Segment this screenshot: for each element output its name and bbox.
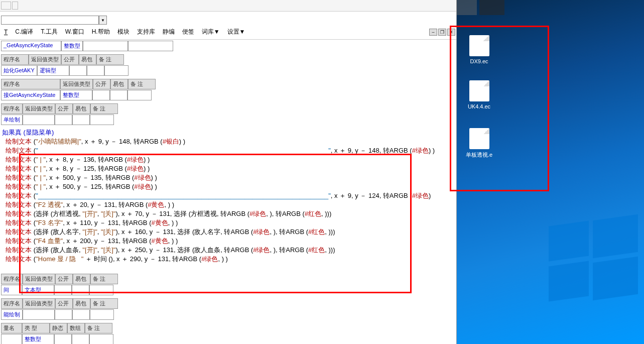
empty-cell[interactable] <box>90 114 114 125</box>
empty-cell[interactable] <box>87 65 104 76</box>
taskbar-icon[interactable] <box>457 0 477 15</box>
menu-item-window[interactable]: W.窗口 <box>62 27 87 37</box>
col-header: 量名 <box>1 323 22 333</box>
empty-cell[interactable] <box>54 334 72 344</box>
ide-window: ▼ T C.编译 T.工具 W.窗口 H.帮助 模块 支持库 静编 便签 词库▼… <box>0 0 457 344</box>
empty-cell[interactable] <box>72 334 89 344</box>
col-header: 程序名 <box>1 79 60 89</box>
col-header: 易包 <box>79 54 96 65</box>
return-type[interactable]: 整数型 <box>61 41 83 51</box>
col-header: 数组 <box>67 323 85 333</box>
col-header: 公开 <box>55 298 73 309</box>
code-editor[interactable]: 如果真 (显隐菜单) 绘制文本 ("小嘀咕辅助网|", x ＋ 9, y － 1… <box>2 128 455 264</box>
return-type[interactable]: 文本型 <box>22 285 54 295</box>
menu-item-notes[interactable]: 便签 <box>179 27 197 37</box>
empty-cell[interactable] <box>54 285 72 295</box>
var-type[interactable]: 整数型 <box>22 334 54 344</box>
combo-box: ▼ <box>1 16 456 25</box>
col-header: 类 型 <box>22 323 50 333</box>
proc-name[interactable]: 接GetAsyncKeyState <box>1 90 60 100</box>
col-header: 程序名 <box>1 274 23 284</box>
desktop-file-dx9[interactable]: DX9.ec <box>463 35 495 64</box>
file-label: 单板透视.e <box>463 151 495 159</box>
col-header: 返回值类型 <box>29 54 61 65</box>
empty-cell[interactable] <box>89 285 113 295</box>
empty-cell[interactable] <box>92 90 110 100</box>
empty-cell[interactable] <box>110 90 127 100</box>
col-header: 公开 <box>55 103 73 114</box>
menu-item-tools[interactable]: T.工具 <box>38 27 60 37</box>
empty-cell[interactable] <box>23 114 55 125</box>
empty-cell[interactable] <box>1 334 22 344</box>
toolbar-btn[interactable] <box>12 2 18 10</box>
col-header: 静态 <box>50 323 67 333</box>
proc-name[interactable]: 始化GetAKY <box>1 65 37 76</box>
menu-item-static[interactable]: 静编 <box>160 27 178 37</box>
col-header: 备 注 <box>85 323 112 333</box>
desktop-file-uk44[interactable]: UK4.4.ec <box>463 80 495 109</box>
col-header: 易包 <box>73 103 90 114</box>
menu-item-support[interactable]: 支持库 <box>134 27 158 37</box>
col-header: 程序名 <box>1 103 23 114</box>
col-header: 返回值类型 <box>23 298 55 309</box>
combo-input[interactable] <box>1 16 99 25</box>
taskbar-partial <box>457 0 504 15</box>
col-header: 易包 <box>110 79 128 89</box>
file-label: UK4.4.ec <box>463 103 495 109</box>
menu-item-settings[interactable]: 设置▼ <box>224 27 248 37</box>
empty-cell[interactable] <box>55 114 72 125</box>
empty-cell[interactable] <box>104 65 128 76</box>
empty-cell[interactable] <box>127 90 152 100</box>
empty-cell[interactable] <box>128 41 173 51</box>
col-header: 程序名 <box>1 54 29 65</box>
desktop[interactable]: DX9.ec UK4.4.ec 单板透视.e <box>457 0 644 344</box>
col-header: 备 注 <box>90 103 118 114</box>
menu-item-help[interactable]: H.帮助 <box>89 27 113 37</box>
col-header: 备 注 <box>90 274 118 284</box>
empty-cell[interactable] <box>72 114 90 125</box>
file-icon <box>469 35 489 56</box>
menu-item-dict[interactable]: 词库▼ <box>199 27 223 37</box>
empty-cell[interactable] <box>69 65 87 76</box>
empty-cell[interactable] <box>55 309 72 320</box>
proc-name[interactable]: 单绘制 <box>1 114 23 125</box>
toolbar-btn[interactable] <box>1 2 11 10</box>
combo-dropdown-btn[interactable]: ▼ <box>99 16 107 25</box>
col-header: 返回值类型 <box>23 274 55 284</box>
proc-name[interactable]: 间 <box>1 285 22 295</box>
col-header: 备 注 <box>90 298 118 309</box>
empty-cell[interactable] <box>23 309 55 320</box>
col-header: 公开 <box>55 274 73 284</box>
return-type[interactable]: 逻辑型 <box>37 65 69 76</box>
col-header: 易包 <box>73 298 90 309</box>
empty-cell[interactable] <box>83 41 128 51</box>
col-header: 易包 <box>73 274 90 284</box>
empty-cell[interactable] <box>72 285 89 295</box>
col-header: 程序名 <box>1 298 23 309</box>
empty-cell[interactable] <box>90 309 114 320</box>
menu-item-compile[interactable]: C.编译 <box>12 27 36 37</box>
col-header: 公开 <box>61 54 79 65</box>
col-header: 备 注 <box>128 79 156 89</box>
empty-cell[interactable] <box>89 334 113 344</box>
restore-btn[interactable]: ❐ <box>438 29 446 36</box>
content-area: _GetAsyncKeyState 整数型 程序名 返回值类型 公开 易包 备 … <box>0 40 456 344</box>
minimize-btn[interactable]: – <box>429 29 437 36</box>
method-name[interactable]: _GetAsyncKeyState <box>1 41 61 51</box>
menu-bar: T C.编译 T.工具 W.窗口 H.帮助 模块 支持库 静编 便签 词库▼ 设… <box>0 25 456 40</box>
desktop-file-e[interactable]: 单板透视.e <box>463 128 495 159</box>
file-icon <box>469 128 489 149</box>
file-label: DX9.ec <box>463 58 495 64</box>
taskbar-icon[interactable] <box>479 0 504 15</box>
menu-item-module[interactable]: 模块 <box>114 27 133 37</box>
close-btn[interactable]: ✕ <box>447 29 455 36</box>
windows-logo <box>549 213 639 304</box>
proc-name[interactable]: 能绘制 <box>1 309 23 320</box>
menu-item[interactable]: T <box>1 28 11 37</box>
col-header: 返回值类型 <box>60 79 93 89</box>
file-icon <box>469 80 489 101</box>
col-header: 返回值类型 <box>23 103 55 114</box>
top-toolbar <box>0 0 456 12</box>
empty-cell[interactable] <box>72 309 90 320</box>
return-type[interactable]: 整数型 <box>60 90 92 100</box>
